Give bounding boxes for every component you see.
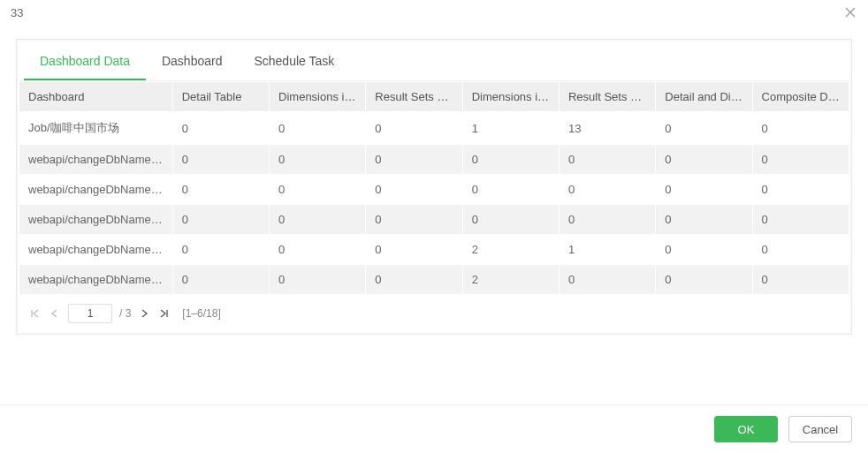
table-cell: 0 — [752, 175, 849, 205]
tab-schedule-task[interactable]: Schedule Task — [238, 42, 350, 80]
table-cell: 1 — [559, 235, 655, 265]
table-cell: 0 — [366, 175, 462, 205]
table-cell: 0 — [752, 205, 849, 235]
close-icon[interactable] — [843, 5, 857, 19]
table-cell: 0 — [752, 112, 849, 145]
table-cell: 0 — [752, 265, 849, 295]
table-cell: 0 — [462, 205, 559, 235]
table-cell: 0 — [462, 145, 559, 175]
table-row[interactable]: webapi/changeDbName/ch0002000 — [19, 265, 849, 295]
table-cell: 0 — [270, 265, 366, 295]
table-cell: 0 — [752, 145, 849, 175]
tab-dashboard-data[interactable]: Dashboard Data — [24, 42, 146, 80]
pager-page-input[interactable] — [68, 304, 112, 323]
window-title: 33 — [11, 6, 23, 19]
table-cell: 0 — [366, 265, 462, 295]
table-cell: webapi/changeDbName/ch — [19, 265, 173, 295]
table-cell: 0 — [656, 175, 752, 205]
table-cell: 0 — [172, 235, 269, 265]
main-panel: Dashboard Data Dashboard Schedule Task D… — [16, 39, 852, 335]
table-cell: 0 — [462, 175, 559, 205]
pager-last-icon[interactable] — [157, 307, 170, 320]
table-cell: 1 — [462, 112, 559, 145]
table-cell: 2 — [462, 235, 559, 265]
table-cell: 0 — [270, 112, 366, 145]
table-cell: 0 — [559, 145, 655, 175]
table-cell: 0 — [172, 145, 269, 175]
table-cell: 0 — [366, 112, 462, 145]
data-table: Dashboard Detail Table Dimensions in Det… — [19, 81, 849, 295]
col-dimensions-detail[interactable]: Dimensions in Deta — [270, 82, 366, 112]
table-cell: 0 — [366, 145, 462, 175]
tab-dashboard[interactable]: Dashboard — [146, 42, 239, 80]
table-cell: 0 — [656, 205, 752, 235]
table-cell: Job/咖啡中国市场 — [19, 112, 173, 145]
table-row[interactable]: webapi/changeDbName/ch0000000 — [19, 145, 849, 175]
table-cell: 0 — [270, 175, 366, 205]
table-cell: 2 — [462, 265, 559, 295]
table-cell: 0 — [559, 175, 655, 205]
table-cell: 0 — [366, 235, 462, 265]
table-cell: 0 — [172, 175, 269, 205]
table-cell: webapi/changeDbName/ch — [19, 175, 173, 205]
cancel-button[interactable]: Cancel — [788, 416, 852, 442]
col-result-sets-aggr[interactable]: Result Sets of Aggr — [559, 82, 655, 112]
table-cell: 0 — [270, 235, 366, 265]
table-row[interactable]: webapi/changeDbName/ch0000000 — [19, 175, 849, 205]
table-cell: webapi/changeDbName/ch — [19, 235, 173, 265]
col-composite-data-set[interactable]: Composite Data Set — [752, 82, 849, 112]
ok-button[interactable]: OK — [714, 416, 778, 442]
table-cell: webapi/changeDbName/ch — [19, 205, 173, 235]
footer: OK Cancel — [0, 404, 868, 453]
pager-next-icon[interactable] — [138, 307, 150, 320]
table-cell: 0 — [656, 112, 752, 145]
pager: / 3 [1–6/18] — [19, 295, 849, 332]
pager-range-label: [1–6/18] — [182, 307, 220, 320]
tab-bar: Dashboard Data Dashboard Schedule Task — [19, 42, 849, 81]
table-row[interactable]: webapi/changeDbName/ch0000000 — [19, 205, 849, 235]
table-cell: 0 — [656, 145, 752, 175]
col-detail-table[interactable]: Detail Table — [172, 82, 269, 112]
table-cell: 0 — [172, 205, 269, 235]
table-cell: 0 — [559, 265, 655, 295]
col-result-sets-detail[interactable]: Result Sets of De — [366, 82, 462, 112]
table-cell: webapi/changeDbName/ch — [19, 145, 173, 175]
pager-prev-icon[interactable] — [49, 307, 61, 320]
col-dimensions-aggr[interactable]: Dimensions in Aggr — [462, 82, 559, 112]
table-cell: 0 — [656, 265, 752, 295]
table-row[interactable]: webapi/changeDbName/ch0002100 — [19, 235, 849, 265]
table-header-row: Dashboard Detail Table Dimensions in Det… — [19, 82, 849, 112]
titlebar: 33 — [0, 0, 868, 23]
table-cell: 0 — [559, 205, 655, 235]
table-cell: 0 — [172, 112, 269, 145]
table-cell: 0 — [270, 205, 366, 235]
pager-first-icon[interactable] — [29, 307, 42, 320]
table-cell: 0 — [270, 145, 366, 175]
table-cell: 0 — [172, 265, 269, 295]
table-cell: 0 — [752, 235, 849, 265]
col-dashboard[interactable]: Dashboard — [19, 82, 173, 112]
col-detail-dimensi[interactable]: Detail and Dimensi — [656, 82, 752, 112]
table-cell: 0 — [366, 205, 462, 235]
table-cell: 13 — [559, 112, 655, 145]
table-cell: 0 — [656, 235, 752, 265]
table-row[interactable]: Job/咖啡中国市场00011300 — [19, 112, 849, 145]
pager-total-label: / 3 — [119, 307, 131, 320]
